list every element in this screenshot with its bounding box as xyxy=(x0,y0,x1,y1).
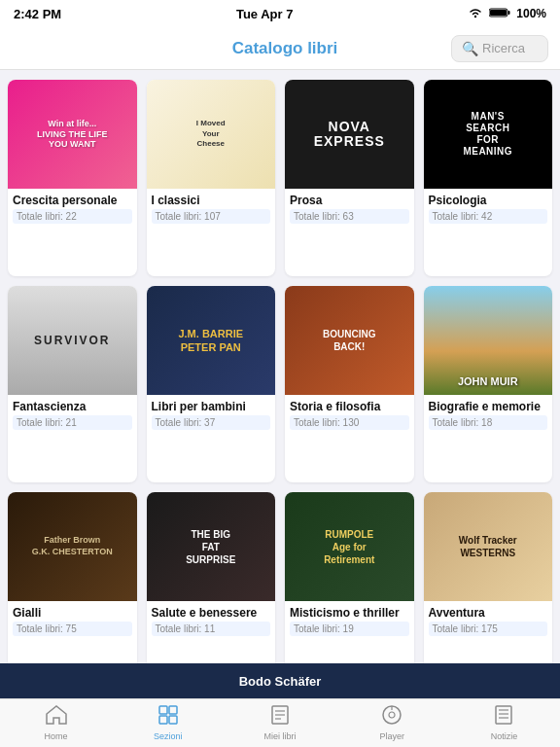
category-info-avventura: AvventuraTotale libri: 175 xyxy=(424,601,553,639)
category-card-crescita[interactable]: Win at life... LIVING THE LIFE YOU WANTC… xyxy=(8,80,137,276)
category-total-misticismo: Totale libri: 19 xyxy=(290,622,409,636)
category-cover-text-classici: I Moved Your Cheese xyxy=(192,115,229,153)
category-cover-psicologia: MAN'S SEARCH FOR MEANING xyxy=(424,80,553,189)
category-cover-text-gialli: Father Brown G.K. CHESTERTON xyxy=(32,535,113,557)
category-cover-fantascienza: SURVIVOR xyxy=(8,286,137,395)
tab-bar: HomeSezioniMiei libriPlayerNotizie xyxy=(0,698,560,747)
category-name-psicologia: Psicologia xyxy=(429,194,548,207)
tab-notizie[interactable]: Notizie xyxy=(448,699,560,747)
category-card-avventura[interactable]: Wolf Tracker WESTERNSAvventuraTotale lib… xyxy=(424,492,553,689)
categories-grid: Win at life... LIVING THE LIFE YOU WANTC… xyxy=(0,70,560,698)
category-cover-text-bambini: J.M. BARRIE PETER PAN xyxy=(178,327,243,355)
category-cover-prosa: NOVA EXPRESS xyxy=(285,80,414,189)
category-name-prosa: Prosa xyxy=(290,194,409,207)
battery-text: 100% xyxy=(516,7,546,20)
category-info-prosa: ProsaTotale libri: 63 xyxy=(285,189,414,227)
category-info-gialli: GialliTotale libri: 75 xyxy=(8,601,137,639)
category-card-biografie[interactable]: JOHN MUIRBiografie e memorieTotale libri… xyxy=(424,286,553,482)
category-info-fantascienza: FantascienzaTotale libri: 21 xyxy=(8,395,137,433)
category-total-fantascienza: Totale libri: 21 xyxy=(13,415,132,430)
category-info-psicologia: PsicologiaTotale libri: 42 xyxy=(424,189,553,227)
bottom-banner[interactable]: Bodo Schäfer xyxy=(0,663,560,698)
category-total-classici: Totale libri: 107 xyxy=(152,209,271,224)
category-cover-text-salute: THE BIG FAT SURPRISE xyxy=(186,528,235,566)
category-total-gialli: Totale libri: 75 xyxy=(13,622,132,636)
tab-miei-libri[interactable]: Miei libri xyxy=(224,699,335,747)
category-info-classici: I classiciTotale libri: 107 xyxy=(147,189,276,227)
svg-rect-3 xyxy=(490,10,507,16)
category-cover-text-fantascienza: SURVIVOR xyxy=(34,334,110,347)
status-date: Tue Apr 7 xyxy=(236,7,294,21)
category-cover-misticismo: RUMPOLE Age for Retirement xyxy=(285,492,414,601)
category-card-storia[interactable]: BOUNCING BACK!Storia e filosofiaTotale l… xyxy=(285,286,414,482)
tab-player[interactable]: Player xyxy=(336,699,448,747)
category-cover-avventura: Wolf Tracker WESTERNS xyxy=(424,492,553,601)
tab-label-player: Player xyxy=(379,731,404,741)
battery-icon xyxy=(489,7,510,21)
category-cover-storia: BOUNCING BACK! xyxy=(285,286,414,395)
category-total-storia: Totale libri: 130 xyxy=(290,415,409,430)
category-info-salute: Salute e benessereTotale libri: 11 xyxy=(147,601,276,639)
category-cover-crescita: Win at life... LIVING THE LIFE YOU WANT xyxy=(8,80,137,189)
search-placeholder: Ricerca xyxy=(482,41,525,55)
tab-icon-player xyxy=(382,705,402,729)
banner-text: Bodo Schäfer xyxy=(239,674,322,689)
category-name-avventura: Avventura xyxy=(429,606,548,620)
status-time: 2:42 PM xyxy=(14,7,61,21)
category-total-avventura: Totale libri: 175 xyxy=(429,622,548,636)
category-cover-salute: THE BIG FAT SURPRISE xyxy=(147,492,276,601)
category-card-fantascienza[interactable]: SURVIVORFantascienzaTotale libri: 21 xyxy=(8,286,137,482)
category-info-crescita: Crescita personaleTotale libri: 22 xyxy=(8,189,137,227)
category-name-storia: Storia e filosofia xyxy=(290,400,409,413)
tab-sezioni[interactable]: Sezioni xyxy=(112,699,224,747)
category-info-biografie: Biografie e memorieTotale libri: 18 xyxy=(424,395,553,433)
category-card-prosa[interactable]: NOVA EXPRESSProsaTotale libri: 63 xyxy=(285,80,414,276)
tab-label-miei-libri: Miei libri xyxy=(264,731,297,741)
wifi-icon xyxy=(468,7,483,21)
category-card-psicologia[interactable]: MAN'S SEARCH FOR MEANINGPsicologiaTotale… xyxy=(424,80,553,276)
category-cover-text-crescita: Win at life... LIVING THE LIFE YOU WANT xyxy=(33,115,112,154)
category-info-bambini: Libri per bambiniTotale libri: 37 xyxy=(147,395,276,433)
category-total-crescita: Totale libri: 22 xyxy=(13,209,132,224)
category-cover-bambini: J.M. BARRIE PETER PAN xyxy=(147,286,276,395)
category-name-gialli: Gialli xyxy=(13,606,132,620)
category-card-bambini[interactable]: J.M. BARRIE PETER PANLibri per bambiniTo… xyxy=(147,286,276,482)
category-card-gialli[interactable]: Father Brown G.K. CHESTERTONGialliTotale… xyxy=(8,492,137,689)
category-info-storia: Storia e filosofiaTotale libri: 130 xyxy=(285,395,414,433)
category-card-misticismo[interactable]: RUMPOLE Age for RetirementMisticismo e t… xyxy=(285,492,414,689)
svg-point-0 xyxy=(474,15,476,17)
category-name-crescita: Crescita personale xyxy=(13,194,132,207)
svg-rect-4 xyxy=(159,706,167,714)
category-total-salute: Totale libri: 11 xyxy=(152,622,271,636)
category-name-misticismo: Misticismo e thriller xyxy=(290,606,409,620)
category-name-classici: I classici xyxy=(152,194,271,207)
nav-title: Catalogo libri xyxy=(119,39,451,58)
svg-rect-15 xyxy=(496,706,511,724)
category-total-biografie: Totale libri: 18 xyxy=(429,415,548,430)
category-name-bambini: Libri per bambini xyxy=(152,400,271,413)
search-bar[interactable]: 🔍 Ricerca xyxy=(451,35,548,62)
category-cover-text-prosa: NOVA EXPRESS xyxy=(314,120,385,150)
category-card-classici[interactable]: I Moved Your CheeseI classiciTotale libr… xyxy=(147,80,276,276)
status-bar: 2:42 PM Tue Apr 7 100% xyxy=(0,0,560,27)
category-name-biografie: Biografie e memorie xyxy=(429,400,548,413)
tab-home[interactable]: Home xyxy=(0,699,112,747)
tab-icon-home xyxy=(46,705,67,729)
category-cover-text-biografie: JOHN MUIR xyxy=(458,375,518,387)
svg-point-13 xyxy=(389,712,395,718)
search-icon: 🔍 xyxy=(462,41,478,56)
svg-rect-2 xyxy=(508,11,510,15)
category-cover-gialli: Father Brown G.K. CHESTERTON xyxy=(8,492,137,601)
category-cover-classici: I Moved Your Cheese xyxy=(147,80,276,189)
category-total-bambini: Totale libri: 37 xyxy=(152,415,271,430)
svg-rect-5 xyxy=(169,706,177,714)
tab-label-notizie: Notizie xyxy=(491,731,518,741)
category-name-fantascienza: Fantascienza xyxy=(13,400,132,413)
tab-label-home: Home xyxy=(45,731,68,741)
category-info-misticismo: Misticismo e thrillerTotale libri: 19 xyxy=(285,601,414,639)
tab-icon-notizie xyxy=(495,705,512,729)
category-total-psicologia: Totale libri: 42 xyxy=(429,209,548,224)
tab-icon-miei-libri xyxy=(271,705,289,729)
svg-rect-6 xyxy=(159,716,167,724)
category-card-salute[interactable]: THE BIG FAT SURPRISESalute e benessereTo… xyxy=(147,492,276,689)
